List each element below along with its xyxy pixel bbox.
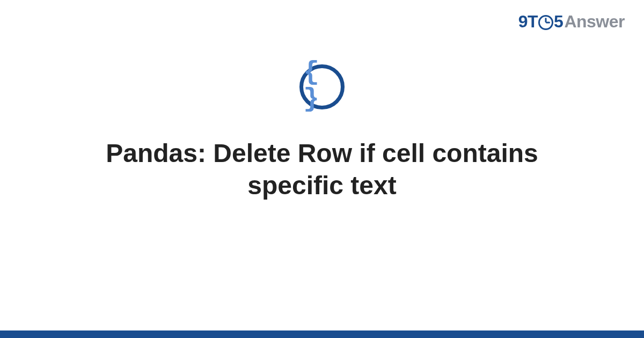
promo-card: 9T5Answer { } Pandas: Delete Row if cell… bbox=[0, 0, 644, 338]
footer-accent-bar bbox=[0, 330, 644, 338]
page-title: Pandas: Delete Row if cell contains spec… bbox=[80, 137, 564, 202]
logo-text-answer: Answer bbox=[564, 12, 625, 31]
category-badge: { } bbox=[299, 64, 345, 109]
site-logo: 9T5Answer bbox=[518, 13, 625, 30]
logo-text-t: T bbox=[528, 12, 538, 31]
content-center: { } Pandas: Delete Row if cell contains … bbox=[0, 64, 644, 202]
clock-icon bbox=[538, 15, 553, 30]
logo-text-5: 5 bbox=[554, 12, 563, 31]
logo-text-9: 9 bbox=[518, 12, 528, 31]
code-braces-icon: { } bbox=[303, 59, 341, 113]
